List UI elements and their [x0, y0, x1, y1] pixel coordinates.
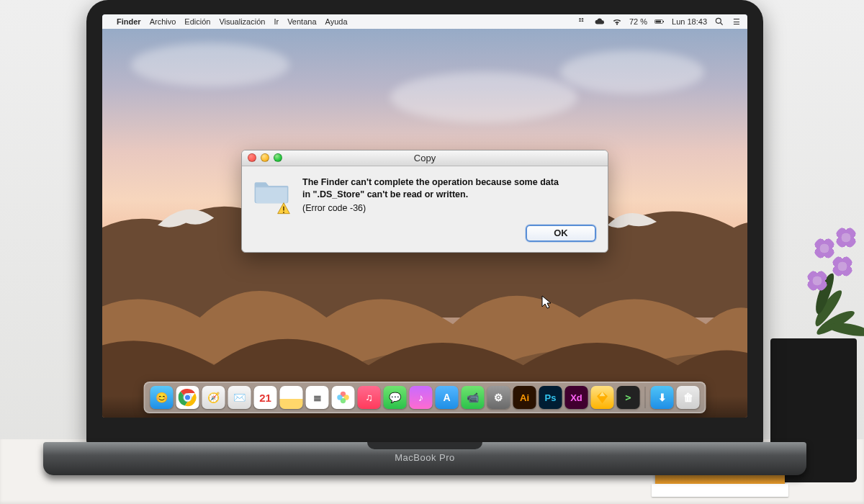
scene: Finder Archivo Edición Visualización Ir … — [0, 0, 864, 504]
dock-item-calendar[interactable]: 21 — [254, 386, 277, 409]
laptop-base: MacBook Pro — [43, 442, 806, 475]
dock-item-finder[interactable]: 😊 — [150, 386, 174, 409]
dock-item-mail[interactable]: ✉️ — [228, 386, 251, 409]
dock-item-photos[interactable] — [332, 386, 355, 409]
dock-item-notes[interactable] — [280, 386, 303, 409]
dock-item-trash[interactable]: 🗑 — [677, 386, 700, 409]
dialog-message: The Finder can't complete the operation … — [302, 176, 559, 215]
ok-button[interactable]: OK — [526, 225, 596, 242]
dock-item-photoshop[interactable]: Ps — [539, 386, 562, 409]
dialog-error-code: (Error code -36) — [302, 202, 559, 215]
dock-item-safari[interactable]: 🧭 — [202, 386, 225, 409]
zoom-icon[interactable] — [274, 153, 282, 162]
dialog-title: Copy — [242, 153, 608, 163]
dock-item-sketch[interactable] — [591, 386, 614, 409]
dock-item-preferences[interactable]: ⚙ — [487, 386, 510, 409]
dock-item-reminders[interactable]: ≣ — [306, 386, 329, 409]
dock-item-illustrator[interactable]: Ai — [513, 386, 536, 409]
laptop-brand: MacBook Pro — [43, 452, 806, 463]
laptop: Finder Archivo Edición Visualización Ir … — [43, 0, 806, 490]
close-icon[interactable] — [248, 153, 256, 162]
dock-item-chrome[interactable] — [176, 386, 199, 409]
dock-item-downloads[interactable]: ⬇ — [651, 386, 674, 409]
dialog-message-line: The Finder can't complete the operation … — [302, 176, 559, 189]
minimize-icon[interactable] — [261, 153, 269, 162]
svg-point-14 — [337, 395, 342, 400]
dock-item-music[interactable]: ♫ — [358, 386, 381, 409]
folder-warning-icon — [253, 176, 292, 215]
dialog-titlebar: Copy — [242, 150, 608, 166]
dock-item-xd[interactable]: Xd — [565, 386, 588, 409]
dock-separator — [645, 387, 646, 408]
svg-rect-5 — [283, 206, 284, 210]
dock-item-facetime[interactable]: 📹 — [462, 386, 485, 409]
dialog-message-line: in ".DS_Store" can't be read or written. — [302, 189, 559, 201]
error-dialog: Copy — [241, 150, 608, 253]
screen: Finder Archivo Edición Visualización Ir … — [102, 14, 747, 418]
dialog-backdrop: Copy — [102, 14, 747, 418]
mouse-cursor-icon — [541, 295, 552, 310]
dock-item-itunes[interactable]: ♪ — [410, 386, 433, 409]
dock-item-messages[interactable]: 💬 — [384, 386, 407, 409]
dock: 😊🧭✉️21≣♫💬♪A📹⚙AiPsXd>⬇🗑 — [144, 382, 706, 413]
dock-item-terminal[interactable]: > — [617, 386, 640, 409]
svg-rect-6 — [283, 212, 284, 213]
dock-item-appstore[interactable]: A — [436, 386, 459, 409]
